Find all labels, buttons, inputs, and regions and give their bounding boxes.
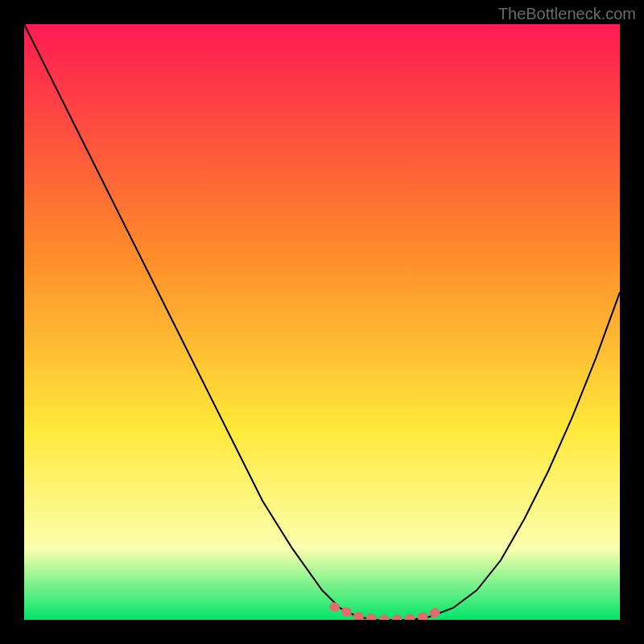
attribution-text: TheBottleneck.com xyxy=(498,5,636,23)
chart-frame: TheBottleneck.com xyxy=(0,0,644,644)
gradient-background xyxy=(24,24,620,620)
chart-svg xyxy=(24,24,620,620)
plot-area xyxy=(24,24,620,620)
